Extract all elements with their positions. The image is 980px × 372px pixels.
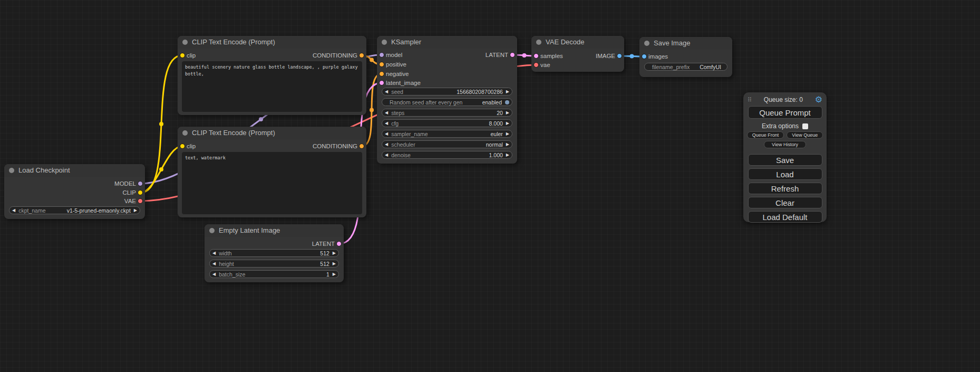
increment-arrow-icon[interactable]: ▶ [506,120,509,127]
negative-prompt-textarea[interactable]: text, watermark [182,152,362,214]
input-label-negative: negative [386,71,409,77]
decrement-arrow-icon[interactable]: ◀ [212,250,216,256]
toggle-indicator-icon[interactable] [505,100,509,104]
ckpt-name-widget[interactable]: ◀ ckpt_name v1-5-pruned-emaonly.ckpt ▶ [9,206,140,214]
extra-options-label: Extra options [762,122,799,130]
settings-gear-icon[interactable]: ⚙ [815,96,822,104]
widget-value: 156680208700286 [457,89,503,95]
cfg-widget[interactable]: ◀ cfg 8.000 ▶ [382,119,512,127]
input-slot-vae[interactable] [533,62,539,68]
load-button[interactable]: Load [748,168,822,180]
decrement-arrow-icon[interactable]: ◀ [385,120,388,127]
collapse-toggle-icon[interactable] [382,40,387,45]
node-title-bar[interactable]: KSampler [377,36,517,49]
input-slot-images[interactable] [642,54,647,59]
prev-value-arrow-icon[interactable]: ◀ [385,141,388,148]
drag-handle-icon[interactable]: ⠿ [748,97,752,103]
node-title-bar[interactable]: Load Checkpoint [4,164,145,177]
save-button[interactable]: Save [748,154,822,166]
output-label-conditioning: CONDITIONING [313,52,357,59]
random-seed-toggle-widget[interactable]: Random seed after every gen enabled [382,98,512,106]
node-clip-text-encode-negative[interactable]: CLIP Text Encode (Prompt) clip CONDITION… [178,127,366,217]
output-slot-conditioning[interactable] [359,53,364,58]
input-slot-negative[interactable] [379,71,384,77]
collapse-toggle-icon[interactable] [182,130,188,136]
output-slot-image[interactable] [617,53,622,59]
denoise-widget[interactable]: ◀ denoise 1.000 ▶ [382,151,512,159]
output-label-vae: VAE [124,198,136,204]
input-slot-samples[interactable] [533,53,539,59]
node-title-bar[interactable]: Save Image [639,37,732,50]
steps-widget[interactable]: ◀ steps 20 ▶ [382,109,512,117]
decrement-arrow-icon[interactable]: ◀ [212,260,216,267]
next-value-arrow-icon[interactable]: ▶ [134,207,137,214]
output-slot-clip[interactable] [138,190,143,195]
next-value-arrow-icon[interactable]: ▶ [506,141,509,148]
height-widget[interactable]: ◀ height 512 ▶ [209,260,339,268]
output-slot-conditioning[interactable] [359,144,364,149]
widget-label: width [219,250,232,256]
output-label-image: IMAGE [596,53,615,59]
increment-arrow-icon[interactable]: ▶ [333,260,336,267]
scheduler-widget[interactable]: ◀ scheduler normal ▶ [382,140,512,148]
output-slot-latent[interactable] [510,52,515,58]
node-empty-latent-image[interactable]: Empty Latent Image LATENT ◀ width 512 ▶ … [205,224,344,282]
increment-arrow-icon[interactable]: ▶ [506,151,509,158]
increment-arrow-icon[interactable]: ▶ [506,109,509,116]
output-slot-vae[interactable] [138,198,143,204]
sampler-name-widget[interactable]: ◀ sampler_name euler ▶ [382,130,512,138]
widget-label: sampler_name [391,131,428,137]
positive-prompt-textarea[interactable]: beautiful scenery nature glass bottle la… [182,61,362,112]
collapse-toggle-icon[interactable] [536,40,541,45]
load-default-button[interactable]: Load Default [748,211,822,223]
output-label-clip: CLIP [122,189,136,196]
widget-label: height [219,261,234,267]
node-title-bar[interactable]: VAE Decode [531,36,624,49]
decrement-arrow-icon[interactable]: ◀ [385,109,388,116]
decrement-arrow-icon[interactable]: ◀ [212,271,216,278]
collapse-toggle-icon[interactable] [182,40,188,45]
queue-prompt-button[interactable]: Queue Prompt [748,106,822,119]
node-vae-decode[interactable]: VAE Decode samples vae IMAGE [531,36,624,72]
collapse-toggle-icon[interactable] [644,41,649,46]
input-slot-clip[interactable] [180,144,185,149]
increment-arrow-icon[interactable]: ▶ [506,88,509,95]
node-title-bar[interactable]: CLIP Text Encode (Prompt) [178,36,366,49]
prev-value-arrow-icon[interactable]: ◀ [12,207,15,214]
next-value-arrow-icon[interactable]: ▶ [506,130,509,137]
node-clip-text-encode-positive[interactable]: CLIP Text Encode (Prompt) clip CONDITION… [178,36,366,115]
queue-menu-panel: ⠿ Queue size: 0 ⚙ Queue Prompt Extra opt… [743,92,827,222]
collapse-toggle-icon[interactable] [9,168,14,173]
extra-options-checkbox[interactable] [802,123,808,129]
node-ksampler[interactable]: KSampler model positive negative latent_… [377,36,517,164]
input-slot-clip[interactable] [180,53,185,58]
input-slot-positive[interactable] [379,62,384,67]
wire-dot-clip-2 [159,167,163,171]
refresh-button[interactable]: Refresh [748,183,822,194]
prev-value-arrow-icon[interactable]: ◀ [385,130,388,137]
view-history-button[interactable]: View History [764,141,806,148]
node-title-bar[interactable]: Empty Latent Image [205,224,344,237]
batch-size-widget[interactable]: ◀ batch_size 1 ▶ [209,270,339,278]
node-title: Empty Latent Image [219,226,280,234]
input-label-clip: clip [187,143,196,149]
width-widget[interactable]: ◀ width 512 ▶ [209,249,339,257]
filename-prefix-widget[interactable]: filename_prefix ComfyUI [644,63,727,71]
view-queue-button[interactable]: View Queue [787,131,823,139]
output-slot-model[interactable] [138,181,143,186]
node-save-image[interactable]: Save Image images filename_prefix ComfyU… [639,37,732,77]
node-title-bar[interactable]: CLIP Text Encode (Prompt) [178,127,366,139]
seed-widget[interactable]: ◀ seed 156680208700286 ▶ [382,88,512,96]
node-load-checkpoint[interactable]: Load Checkpoint MODEL CLIP VAE ◀ ckpt_na… [4,164,145,219]
widget-label: steps [391,110,404,116]
clear-button[interactable]: Clear [748,197,822,208]
decrement-arrow-icon[interactable]: ◀ [385,88,388,95]
collapse-toggle-icon[interactable] [209,228,215,233]
decrement-arrow-icon[interactable]: ◀ [385,151,388,158]
increment-arrow-icon[interactable]: ▶ [333,271,336,278]
increment-arrow-icon[interactable]: ▶ [333,250,336,256]
output-slot-latent[interactable] [336,241,342,246]
input-slot-latent-image[interactable] [379,80,384,85]
input-slot-model[interactable] [379,52,384,58]
queue-front-button[interactable]: Queue Front [747,131,784,139]
